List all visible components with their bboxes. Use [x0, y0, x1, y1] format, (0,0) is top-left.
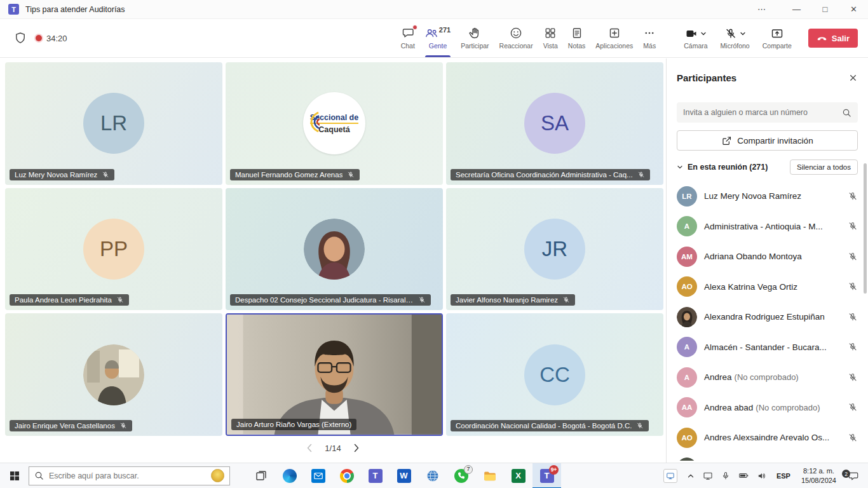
taskbar-search-input[interactable]	[49, 471, 206, 480]
task-view-button[interactable]	[247, 463, 275, 488]
chevron-down-icon[interactable]	[740, 30, 746, 37]
next-page-button[interactable]	[353, 442, 360, 454]
video-tile-coordinacion-calidad[interactable]: CC Coordinación Nacional Calidad - Bogot…	[446, 313, 663, 436]
avatar: A	[677, 367, 697, 388]
video-tile-secretaria-caqueta[interactable]: SA Secretaría Oficina Coordinación Admin…	[446, 62, 663, 185]
tray-battery-icon[interactable]	[735, 463, 753, 488]
participants-panel: Participantes Compartir invitación En es…	[666, 58, 868, 463]
chevron-down-icon[interactable]	[700, 30, 707, 37]
taskbar-excel[interactable]: X	[504, 463, 532, 488]
taskbar-chrome[interactable]	[332, 463, 361, 488]
participant-row[interactable]: AO Alexa Katrina Vega Ortiz	[677, 272, 858, 302]
tab-participar[interactable]: Participar	[456, 19, 494, 57]
video-tile-javier-alfonso[interactable]: JR Javier Alfonso Naranjo Ramirez	[446, 188, 663, 311]
tab-notas[interactable]: Notas	[563, 19, 590, 57]
participant-row[interactable]: A Andrea(No comprobado)	[677, 362, 858, 393]
search-highlight-icon[interactable]	[211, 469, 224, 482]
taskbar-globe-app[interactable]	[418, 463, 447, 488]
participant-row[interactable]: LR Luz Mery Novoa Ramírez	[677, 181, 858, 212]
avatar: AO	[677, 276, 697, 297]
search-icon[interactable]	[842, 108, 851, 118]
chevron-down-icon[interactable]	[677, 164, 683, 170]
mic-muted-icon	[418, 296, 426, 304]
section-label[interactable]: En esta reunión (271)	[688, 163, 768, 172]
chat-notification-dot	[412, 25, 417, 30]
clock-date: 15/08/2024	[801, 476, 836, 485]
video-tile-paula-andrea[interactable]: PP Paula Andrea Leon Piedrahita	[5, 188, 222, 311]
folder-icon	[483, 469, 497, 483]
tab-label: Vista	[543, 42, 558, 50]
taskbar-teams-active[interactable]: T 9+	[532, 463, 561, 488]
panel-scrollbar[interactable]	[864, 163, 867, 294]
share-invitation-button[interactable]: Compartir invitación	[677, 130, 858, 151]
mic-muted-icon	[848, 372, 858, 383]
tray-microphone-icon[interactable]	[717, 463, 735, 488]
taskbar-whatsapp[interactable]: 7	[447, 463, 475, 488]
invite-search-input[interactable]	[683, 108, 842, 117]
device-controls: Cámara Micrófono Comparte	[677, 27, 798, 50]
mic-muted-icon	[848, 252, 858, 262]
mic-muted-icon	[637, 171, 645, 179]
language-indicator[interactable]: ESP	[771, 472, 796, 480]
taskbar-word[interactable]: W	[390, 463, 418, 488]
mic-muted-icon	[848, 221, 858, 231]
tab-aplicaciones[interactable]: Aplicaciones	[590, 19, 638, 57]
participant-row[interactable]: AO Andres Alexsaindre Arevalo Os...	[677, 423, 858, 453]
video-tile-jairo-arturo-speaking[interactable]: Jairo Arturo Riaño Vargas (Externo)	[226, 313, 443, 436]
participant-name-label: Paula Andrea Leon Piedrahita	[10, 294, 129, 306]
maximize-button[interactable]: □	[811, 0, 839, 18]
taskbar-mail[interactable]	[304, 463, 332, 488]
mic-muted-icon	[636, 422, 644, 430]
leave-button[interactable]: Salir	[808, 29, 858, 48]
participant-row-partial[interactable]	[677, 453, 858, 461]
device-label: Cámara	[684, 42, 707, 50]
close-button[interactable]: ✕	[839, 0, 868, 18]
video-tile-jairo-enrique[interactable]: Jairo Enrique Vera Castellanos	[5, 313, 222, 436]
tab-gente[interactable]: 271 Gente	[420, 19, 456, 57]
taskbar-clock[interactable]: 8:12 a. m. 15/08/2024	[796, 466, 841, 485]
device-label: Comparte	[763, 42, 792, 50]
microphone-control[interactable]: Micrófono	[714, 27, 756, 50]
tab-vista[interactable]: Vista	[538, 19, 563, 57]
notification-count-badge: 2	[842, 470, 850, 478]
tab-chat[interactable]: Chat	[396, 19, 420, 57]
notification-center-button[interactable]: 2	[841, 463, 868, 488]
start-button[interactable]	[0, 463, 29, 488]
taskbar-search[interactable]	[29, 466, 230, 485]
close-panel-button[interactable]	[848, 73, 858, 83]
participant-row[interactable]: AA Andrea abad(No comprobado)	[677, 393, 858, 423]
video-tile-luz-mery[interactable]: LR Luz Mery Novoa Ramírez	[5, 62, 222, 185]
windows-taskbar: T W 7 X T 9+	[0, 463, 868, 488]
apps-icon	[608, 27, 621, 39]
tab-label: Participar	[461, 42, 489, 50]
titlebar-more-button[interactable]: ⋯	[747, 0, 776, 18]
participant-row[interactable]: AM Adriana Obando Montoya	[677, 241, 858, 272]
share-invitation-icon	[721, 135, 732, 146]
video-tile-despacho-02[interactable]: Despacho 02 Consejo Seccional Judicatura…	[226, 188, 443, 311]
taskbar-teams[interactable]: T	[361, 463, 390, 488]
show-hidden-icons-button[interactable]	[682, 463, 699, 488]
participant-row[interactable]: A Administrativa - Antioquia - M...	[677, 212, 858, 242]
tab-mas[interactable]: Más	[638, 19, 661, 57]
tray-display-icon[interactable]	[699, 463, 717, 488]
participant-row[interactable]: Alexandra Rodriguez Estupiñan	[677, 302, 858, 332]
mute-all-button[interactable]: Silenciar a todos	[790, 159, 858, 175]
tray-volume-icon[interactable]	[753, 463, 771, 488]
emoji-icon	[510, 27, 522, 39]
tab-reaccionar[interactable]: Reaccionar	[494, 19, 538, 57]
chevron-left-icon	[306, 442, 313, 454]
avatar-photo	[677, 458, 697, 461]
recording-dot-icon	[36, 35, 42, 41]
video-tile-manuel-fernando[interactable]: Seccional de Caquetá Manuel Fernando Gom…	[226, 62, 443, 185]
previous-page-button[interactable]	[306, 442, 313, 454]
share-screen-control[interactable]: Comparte	[756, 27, 798, 50]
tab-label: Chat	[401, 42, 415, 50]
tray-app-icon[interactable]	[663, 469, 677, 483]
taskbar-edge[interactable]	[275, 463, 304, 488]
minimize-button[interactable]: —	[782, 0, 811, 18]
participant-row[interactable]: A Almacén - Santander - Bucara...	[677, 332, 858, 363]
taskbar-file-explorer[interactable]	[475, 463, 504, 488]
excel-icon: X	[512, 469, 526, 483]
camera-control[interactable]: Cámara	[677, 27, 714, 50]
clock-time: 8:12 a. m.	[801, 466, 836, 476]
